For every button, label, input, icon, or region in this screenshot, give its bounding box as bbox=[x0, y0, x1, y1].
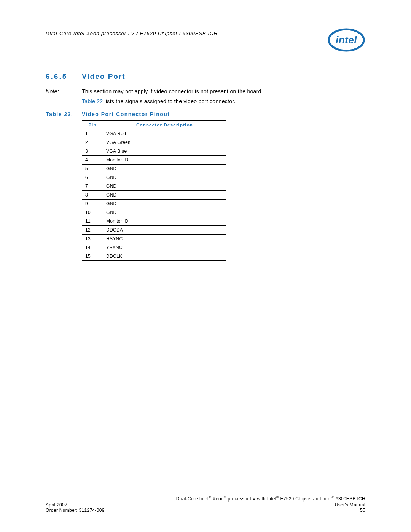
cell-desc: GND bbox=[103, 182, 226, 191]
table-row: 3VGA Blue bbox=[82, 147, 226, 156]
cell-desc: GND bbox=[103, 208, 226, 217]
table-row: 5GND bbox=[82, 165, 226, 173]
cell-pin: 15 bbox=[82, 252, 103, 261]
table-row: 11Monitor ID bbox=[82, 217, 226, 226]
table-row: 13HSYNC bbox=[82, 235, 226, 243]
pinout-table: Pin Connector Description 1VGA Red2VGA G… bbox=[82, 120, 226, 261]
cell-desc: VGA Green bbox=[103, 138, 226, 147]
footer-left: April 2007 Order Number: 311274-009 bbox=[46, 502, 105, 513]
section-title: Video Port bbox=[82, 72, 126, 81]
cell-pin: 1 bbox=[82, 129, 103, 138]
table-row: 10GND bbox=[82, 208, 226, 217]
cell-desc: GND bbox=[103, 191, 226, 200]
cell-pin: 11 bbox=[82, 217, 103, 226]
table-body: 1VGA Red2VGA Green3VGA Blue4Monitor ID5G… bbox=[82, 129, 226, 261]
table-row: 7GND bbox=[82, 182, 226, 191]
table-row: 1VGA Red bbox=[82, 129, 226, 138]
document-page: Dual-Core Intel Xeon processor LV / E752… bbox=[0, 0, 411, 532]
running-header-text: Dual-Core Intel Xeon processor LV / E752… bbox=[46, 30, 218, 36]
cell-pin: 12 bbox=[82, 226, 103, 235]
cell-pin: 3 bbox=[82, 147, 103, 156]
svg-text:intel: intel bbox=[336, 34, 357, 46]
cell-desc: VGA Red bbox=[103, 129, 226, 138]
cell-pin: 5 bbox=[82, 165, 103, 173]
note-block: Note: This section may not apply if vide… bbox=[46, 88, 365, 94]
body-text: Table 22 lists the signals assigned to t… bbox=[82, 98, 236, 104]
footer-order-number: Order Number: 311274-009 bbox=[46, 508, 105, 513]
table-header-row: Pin Connector Description bbox=[82, 121, 226, 129]
table-row: 8GND bbox=[82, 191, 226, 200]
table-row: 15DDCLK bbox=[82, 252, 226, 261]
cell-desc: GND bbox=[103, 165, 226, 173]
table-row: 4Monitor ID bbox=[82, 156, 226, 165]
cell-desc: HSYNC bbox=[103, 235, 226, 243]
footer-page-number: 55 bbox=[335, 508, 365, 513]
cell-desc: GND bbox=[103, 200, 226, 208]
body-paragraph: Table 22 lists the signals assigned to t… bbox=[46, 98, 365, 104]
table-row: 9GND bbox=[82, 200, 226, 208]
cell-pin: 10 bbox=[82, 208, 103, 217]
cell-desc: DDCDA bbox=[103, 226, 226, 235]
page-footer: Dual-Core Intel® Xeon® processor LV with… bbox=[46, 495, 365, 513]
note-label: Note: bbox=[46, 88, 82, 94]
cell-pin: 13 bbox=[82, 235, 103, 243]
table-crossref-link[interactable]: Table 22 bbox=[82, 98, 103, 104]
table-row: 14YSYNC bbox=[82, 243, 226, 252]
footer-manual: User's Manual bbox=[335, 502, 365, 508]
section-heading: 6.6.5 Video Port bbox=[46, 72, 365, 81]
cell-pin: 4 bbox=[82, 156, 103, 165]
table-row: 2VGA Green bbox=[82, 138, 226, 147]
footer-date: April 2007 bbox=[46, 502, 105, 508]
table-caption: Table 22. Video Port Connector Pinout bbox=[46, 111, 365, 117]
cell-desc: YSYNC bbox=[103, 243, 226, 252]
footer-product-line: Dual-Core Intel® Xeon® processor LV with… bbox=[46, 495, 365, 502]
cell-pin: 7 bbox=[82, 182, 103, 191]
cell-pin: 14 bbox=[82, 243, 103, 252]
table-caption-title: Video Port Connector Pinout bbox=[82, 111, 170, 117]
cell-pin: 8 bbox=[82, 191, 103, 200]
table-row: 12DDCDA bbox=[82, 226, 226, 235]
cell-pin: 6 bbox=[82, 173, 103, 182]
col-header-pin: Pin bbox=[82, 121, 103, 129]
cell-desc: Monitor ID bbox=[103, 217, 226, 226]
footer-right: User's Manual 55 bbox=[335, 502, 365, 513]
note-text: This section may not apply if video conn… bbox=[82, 88, 263, 94]
cell-desc: DDCLK bbox=[103, 252, 226, 261]
cell-pin: 2 bbox=[82, 138, 103, 147]
intel-logo-icon: intel bbox=[327, 27, 365, 53]
col-header-desc: Connector Description bbox=[103, 121, 226, 129]
cell-desc: GND bbox=[103, 173, 226, 182]
page-header: Dual-Core Intel Xeon processor LV / E752… bbox=[46, 27, 365, 53]
body-rest: lists the signals assigned to the video … bbox=[103, 98, 235, 104]
section-number: 6.6.5 bbox=[46, 72, 82, 81]
table-row: 6GND bbox=[82, 173, 226, 182]
cell-desc: VGA Blue bbox=[103, 147, 226, 156]
cell-pin: 9 bbox=[82, 200, 103, 208]
cell-desc: Monitor ID bbox=[103, 156, 226, 165]
table-caption-number: Table 22. bbox=[46, 111, 82, 117]
